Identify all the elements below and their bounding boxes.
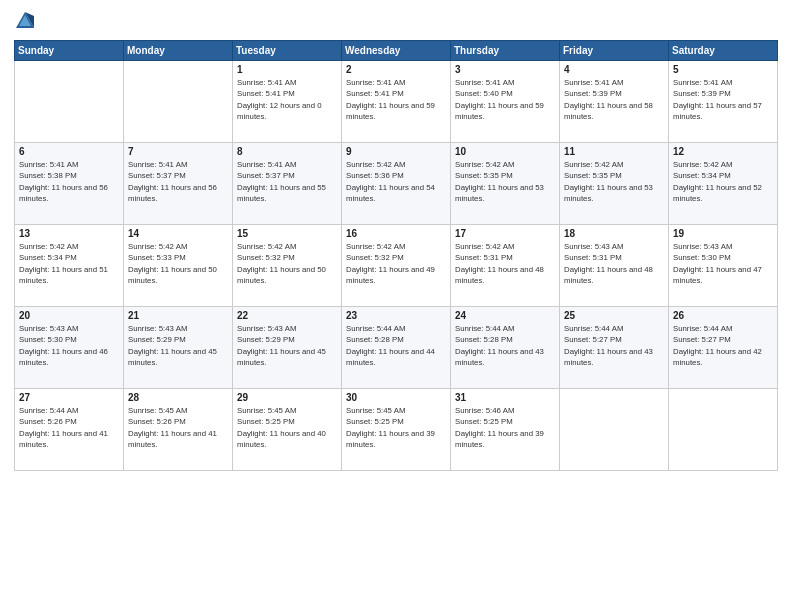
logo [14,10,40,32]
header [14,10,778,32]
day-number: 14 [128,228,228,239]
day-number: 9 [346,146,446,157]
calendar-week-1: 1 Sunrise: 5:41 AMSunset: 5:41 PMDayligh… [15,61,778,143]
calendar-week-2: 6 Sunrise: 5:41 AMSunset: 5:38 PMDayligh… [15,143,778,225]
day-number: 29 [237,392,337,403]
day-number: 30 [346,392,446,403]
day-info: Sunrise: 5:41 AMSunset: 5:37 PMDaylight:… [237,160,326,203]
day-info: Sunrise: 5:41 AMSunset: 5:39 PMDaylight:… [673,78,762,121]
calendar-cell: 30 Sunrise: 5:45 AMSunset: 5:25 PMDaylig… [342,389,451,471]
weekday-header-friday: Friday [560,41,669,61]
day-info: Sunrise: 5:44 AMSunset: 5:27 PMDaylight:… [564,324,653,367]
calendar-cell: 25 Sunrise: 5:44 AMSunset: 5:27 PMDaylig… [560,307,669,389]
calendar-cell: 18 Sunrise: 5:43 AMSunset: 5:31 PMDaylig… [560,225,669,307]
day-info: Sunrise: 5:42 AMSunset: 5:31 PMDaylight:… [455,242,544,285]
weekday-header-thursday: Thursday [451,41,560,61]
calendar-cell: 11 Sunrise: 5:42 AMSunset: 5:35 PMDaylig… [560,143,669,225]
calendar-cell: 20 Sunrise: 5:43 AMSunset: 5:30 PMDaylig… [15,307,124,389]
weekday-header-wednesday: Wednesday [342,41,451,61]
day-number: 17 [455,228,555,239]
calendar-cell: 6 Sunrise: 5:41 AMSunset: 5:38 PMDayligh… [15,143,124,225]
calendar-table: SundayMondayTuesdayWednesdayThursdayFrid… [14,40,778,471]
calendar-cell: 27 Sunrise: 5:44 AMSunset: 5:26 PMDaylig… [15,389,124,471]
calendar-week-4: 20 Sunrise: 5:43 AMSunset: 5:30 PMDaylig… [15,307,778,389]
day-info: Sunrise: 5:43 AMSunset: 5:31 PMDaylight:… [564,242,653,285]
day-number: 28 [128,392,228,403]
day-number: 10 [455,146,555,157]
day-number: 4 [564,64,664,75]
day-number: 16 [346,228,446,239]
day-info: Sunrise: 5:43 AMSunset: 5:29 PMDaylight:… [237,324,326,367]
day-number: 12 [673,146,773,157]
weekday-header-saturday: Saturday [669,41,778,61]
calendar-cell: 9 Sunrise: 5:42 AMSunset: 5:36 PMDayligh… [342,143,451,225]
calendar-cell: 22 Sunrise: 5:43 AMSunset: 5:29 PMDaylig… [233,307,342,389]
day-info: Sunrise: 5:41 AMSunset: 5:39 PMDaylight:… [564,78,653,121]
day-info: Sunrise: 5:44 AMSunset: 5:27 PMDaylight:… [673,324,762,367]
calendar-cell: 10 Sunrise: 5:42 AMSunset: 5:35 PMDaylig… [451,143,560,225]
day-info: Sunrise: 5:42 AMSunset: 5:35 PMDaylight:… [455,160,544,203]
day-number: 19 [673,228,773,239]
weekday-header-row: SundayMondayTuesdayWednesdayThursdayFrid… [15,41,778,61]
day-info: Sunrise: 5:43 AMSunset: 5:29 PMDaylight:… [128,324,217,367]
day-info: Sunrise: 5:44 AMSunset: 5:26 PMDaylight:… [19,406,108,449]
day-number: 15 [237,228,337,239]
calendar-cell: 19 Sunrise: 5:43 AMSunset: 5:30 PMDaylig… [669,225,778,307]
day-info: Sunrise: 5:43 AMSunset: 5:30 PMDaylight:… [19,324,108,367]
day-info: Sunrise: 5:44 AMSunset: 5:28 PMDaylight:… [346,324,435,367]
day-number: 23 [346,310,446,321]
calendar-cell: 23 Sunrise: 5:44 AMSunset: 5:28 PMDaylig… [342,307,451,389]
day-info: Sunrise: 5:45 AMSunset: 5:25 PMDaylight:… [346,406,435,449]
calendar-cell: 28 Sunrise: 5:45 AMSunset: 5:26 PMDaylig… [124,389,233,471]
day-info: Sunrise: 5:41 AMSunset: 5:40 PMDaylight:… [455,78,544,121]
calendar-cell [669,389,778,471]
day-number: 7 [128,146,228,157]
day-number: 24 [455,310,555,321]
calendar-cell: 8 Sunrise: 5:41 AMSunset: 5:37 PMDayligh… [233,143,342,225]
calendar-cell: 3 Sunrise: 5:41 AMSunset: 5:40 PMDayligh… [451,61,560,143]
day-info: Sunrise: 5:41 AMSunset: 5:41 PMDaylight:… [237,78,322,121]
day-info: Sunrise: 5:46 AMSunset: 5:25 PMDaylight:… [455,406,544,449]
day-info: Sunrise: 5:42 AMSunset: 5:35 PMDaylight:… [564,160,653,203]
weekday-header-tuesday: Tuesday [233,41,342,61]
day-number: 25 [564,310,664,321]
calendar-week-3: 13 Sunrise: 5:42 AMSunset: 5:34 PMDaylig… [15,225,778,307]
calendar-cell [15,61,124,143]
page: SundayMondayTuesdayWednesdayThursdayFrid… [0,0,792,612]
calendar-cell: 29 Sunrise: 5:45 AMSunset: 5:25 PMDaylig… [233,389,342,471]
day-number: 13 [19,228,119,239]
day-info: Sunrise: 5:41 AMSunset: 5:37 PMDaylight:… [128,160,217,203]
day-number: 26 [673,310,773,321]
day-number: 18 [564,228,664,239]
day-number: 20 [19,310,119,321]
calendar-cell: 21 Sunrise: 5:43 AMSunset: 5:29 PMDaylig… [124,307,233,389]
calendar-cell: 14 Sunrise: 5:42 AMSunset: 5:33 PMDaylig… [124,225,233,307]
day-number: 31 [455,392,555,403]
day-info: Sunrise: 5:43 AMSunset: 5:30 PMDaylight:… [673,242,762,285]
day-number: 21 [128,310,228,321]
day-info: Sunrise: 5:44 AMSunset: 5:28 PMDaylight:… [455,324,544,367]
day-info: Sunrise: 5:45 AMSunset: 5:26 PMDaylight:… [128,406,217,449]
weekday-header-monday: Monday [124,41,233,61]
logo-icon [14,10,36,32]
day-info: Sunrise: 5:42 AMSunset: 5:32 PMDaylight:… [237,242,326,285]
day-info: Sunrise: 5:42 AMSunset: 5:33 PMDaylight:… [128,242,217,285]
day-number: 8 [237,146,337,157]
day-info: Sunrise: 5:42 AMSunset: 5:36 PMDaylight:… [346,160,435,203]
calendar-cell: 7 Sunrise: 5:41 AMSunset: 5:37 PMDayligh… [124,143,233,225]
calendar-cell: 26 Sunrise: 5:44 AMSunset: 5:27 PMDaylig… [669,307,778,389]
day-number: 6 [19,146,119,157]
day-info: Sunrise: 5:45 AMSunset: 5:25 PMDaylight:… [237,406,326,449]
day-number: 5 [673,64,773,75]
day-number: 11 [564,146,664,157]
calendar-cell: 31 Sunrise: 5:46 AMSunset: 5:25 PMDaylig… [451,389,560,471]
calendar-cell: 12 Sunrise: 5:42 AMSunset: 5:34 PMDaylig… [669,143,778,225]
calendar-cell: 13 Sunrise: 5:42 AMSunset: 5:34 PMDaylig… [15,225,124,307]
calendar-cell: 24 Sunrise: 5:44 AMSunset: 5:28 PMDaylig… [451,307,560,389]
day-number: 22 [237,310,337,321]
day-number: 3 [455,64,555,75]
day-info: Sunrise: 5:42 AMSunset: 5:34 PMDaylight:… [673,160,762,203]
calendar-cell [560,389,669,471]
calendar-cell: 2 Sunrise: 5:41 AMSunset: 5:41 PMDayligh… [342,61,451,143]
day-number: 1 [237,64,337,75]
